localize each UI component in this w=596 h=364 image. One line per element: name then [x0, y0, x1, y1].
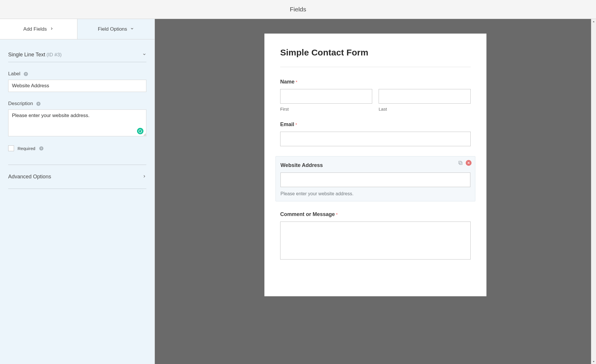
sidebar: Add Fields Field Options Single Line Tex… — [0, 19, 155, 364]
svg-marker-10 — [593, 21, 595, 22]
required-row: Required ? — [8, 145, 146, 165]
advanced-options-toggle[interactable]: Advanced Options — [8, 165, 146, 189]
required-label: Required — [18, 146, 35, 151]
svg-text:?: ? — [38, 102, 39, 105]
field-name[interactable]: Name * First Last — [280, 79, 471, 112]
field-comment[interactable]: Comment or Message * — [280, 211, 471, 259]
tab-add-fields[interactable]: Add Fields — [0, 19, 77, 39]
sidebar-tabs: Add Fields Field Options — [0, 19, 155, 39]
required-star: * — [336, 212, 338, 217]
preview-scrollbar[interactable] — [591, 19, 596, 364]
required-star: * — [295, 122, 297, 127]
svg-text:?: ? — [25, 73, 27, 76]
scroll-up-icon[interactable] — [591, 19, 596, 24]
field-header-toggle[interactable]: Single Line Text (ID #3) — [8, 48, 146, 62]
field-id-label: (ID #3) — [46, 52, 62, 58]
tab-field-options-label: Field Options — [98, 26, 127, 32]
field-type-label: Single Line Text — [8, 52, 45, 58]
preview-area: Simple Contact Form Name * First — [155, 19, 596, 364]
field-comment-label: Comment or Message — [280, 211, 335, 217]
description-section: Description ? — [8, 101, 146, 137]
required-star: * — [296, 79, 297, 84]
field-email[interactable]: Email * — [280, 121, 471, 146]
comment-textarea[interactable] — [280, 222, 471, 259]
description-caption: Description — [8, 101, 33, 107]
scroll-down-icon[interactable] — [591, 359, 596, 364]
first-name-input[interactable] — [280, 89, 372, 104]
svg-marker-11 — [593, 361, 595, 362]
first-caption: First — [280, 107, 372, 112]
last-name-input[interactable] — [379, 89, 471, 104]
form-paper: Simple Contact Form Name * First — [264, 34, 486, 296]
help-icon[interactable]: ? — [23, 72, 28, 76]
field-email-label: Email — [280, 121, 294, 128]
field-options-panel: Single Line Text (ID #3) Label ? — [0, 39, 155, 195]
svg-text:?: ? — [41, 147, 42, 150]
preview-scroll[interactable]: Simple Contact Form Name * First — [155, 19, 596, 364]
label-input[interactable] — [8, 80, 146, 92]
field-website-description: Please enter your website address. — [280, 191, 470, 196]
chevron-down-icon — [130, 26, 134, 32]
help-icon[interactable]: ? — [39, 146, 44, 151]
last-caption: Last — [379, 107, 471, 112]
tab-add-fields-label: Add Fields — [23, 26, 47, 32]
delete-icon[interactable] — [466, 160, 472, 166]
website-input[interactable] — [280, 173, 470, 187]
form-title: Simple Contact Form — [280, 48, 471, 67]
advanced-options-label: Advanced Options — [8, 174, 51, 180]
grammarly-icon[interactable] — [137, 128, 143, 134]
field-website-label: Website Address — [280, 162, 323, 168]
svg-rect-6 — [460, 162, 462, 165]
required-checkbox[interactable] — [8, 145, 14, 151]
chevron-right-icon — [50, 26, 54, 32]
duplicate-icon[interactable] — [458, 160, 463, 166]
topbar-title: Fields — [290, 6, 306, 13]
chevron-right-icon — [142, 174, 146, 180]
svg-rect-7 — [459, 161, 461, 164]
help-icon[interactable]: ? — [36, 101, 41, 106]
chevron-down-icon — [142, 52, 146, 57]
email-input[interactable] — [280, 132, 471, 146]
tab-field-options[interactable]: Field Options — [77, 19, 155, 39]
label-caption: Label — [8, 71, 20, 77]
field-website-selected[interactable]: Website Address Please enter your websit… — [276, 156, 475, 201]
description-input[interactable] — [8, 109, 146, 136]
field-name-label: Name — [280, 79, 294, 85]
label-section: Label ? — [8, 71, 146, 92]
topbar: Fields — [0, 0, 596, 19]
